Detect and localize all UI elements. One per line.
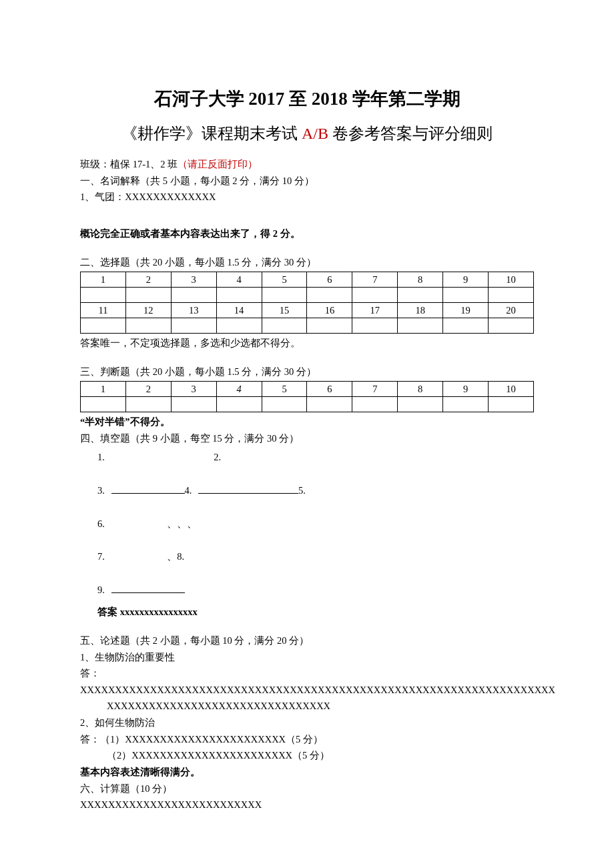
section5-q1: 1、生物防治的重要性 bbox=[80, 649, 534, 666]
table-cell bbox=[398, 318, 443, 334]
table-cell: 1 bbox=[81, 382, 126, 397]
table-cell: 15 bbox=[262, 303, 307, 318]
fill-row-3-5: 3. 4. 5. bbox=[97, 480, 534, 502]
table-cell: 10 bbox=[489, 382, 534, 397]
fill-num-2: 2. bbox=[214, 452, 221, 462]
fill-num-5: 5. bbox=[298, 485, 306, 496]
table-cell: 3 bbox=[171, 382, 216, 397]
table-cell bbox=[443, 288, 489, 303]
page: 石河子大学 2017 至 2018 学年第二学期 《耕作学》课程期末考试 A/B… bbox=[0, 0, 614, 868]
table-row bbox=[81, 397, 534, 412]
section5-a1-line1: 答：XXXXXXXXXXXXXXXXXXXXXXXXXXXXXXXXXXXXXX… bbox=[80, 665, 534, 698]
table-cell bbox=[262, 318, 307, 334]
table-cell: 8 bbox=[398, 382, 443, 397]
table-cell: 19 bbox=[443, 303, 489, 318]
table-cell bbox=[171, 318, 216, 334]
table-cell: 2 bbox=[125, 382, 171, 397]
table-cell bbox=[262, 288, 307, 303]
table-cell bbox=[262, 397, 307, 412]
section2-table: 1 2 3 4 5 6 7 8 9 10 11 12 13 14 bbox=[80, 272, 534, 334]
table-cell: 4 bbox=[216, 382, 262, 397]
table-cell: 14 bbox=[216, 303, 262, 318]
table-cell bbox=[216, 397, 262, 412]
table-cell bbox=[171, 397, 216, 412]
table-row bbox=[81, 318, 534, 334]
table-cell bbox=[171, 288, 216, 303]
section1-note: 概论完全正确或者基本内容表达出来了，得 2 分。 bbox=[80, 226, 534, 242]
table-cell: 10 bbox=[489, 272, 534, 288]
blank-line bbox=[111, 483, 185, 494]
table-cell bbox=[125, 288, 171, 303]
table-cell bbox=[352, 288, 398, 303]
table-cell bbox=[398, 288, 443, 303]
table-cell: 5 bbox=[262, 382, 307, 397]
fill-row-9: 9. bbox=[97, 580, 534, 601]
section5-a1-line2: XXXXXXXXXXXXXXXXXXXXXXXXXXXXXXXX bbox=[80, 698, 534, 715]
section1-item1: 1、气团：XXXXXXXXXXXXX bbox=[80, 189, 534, 205]
table-cell bbox=[443, 397, 489, 412]
blank-line bbox=[198, 483, 298, 494]
subtitle-pre: 《耕作学》课程期末考试 bbox=[121, 125, 302, 142]
table-cell: 7 bbox=[352, 272, 398, 288]
table-cell bbox=[216, 288, 262, 303]
table-cell bbox=[489, 318, 534, 334]
table-cell: 8 bbox=[398, 272, 443, 288]
table-cell bbox=[216, 318, 262, 334]
table-cell: 3 bbox=[171, 272, 216, 288]
table-row bbox=[81, 288, 534, 303]
section3-heading: 三、判断题（共 20 小题，每小题 1.5 分，满分 30 分） bbox=[80, 364, 534, 380]
subtitle-ab: A/B bbox=[302, 125, 328, 142]
section6-body: XXXXXXXXXXXXXXXXXXXXXXXXXX bbox=[80, 797, 534, 813]
table-cell bbox=[81, 288, 126, 303]
table-cell bbox=[307, 288, 352, 303]
table-cell bbox=[125, 318, 171, 334]
section6-heading: 六、计算题（10 分） bbox=[80, 781, 534, 797]
subtitle-post: 卷参考答案与评分细则 bbox=[328, 125, 493, 142]
table-cell bbox=[307, 397, 352, 412]
fill-num-3: 3. bbox=[97, 485, 107, 496]
section5-note: 基本内容表述清晰得满分。 bbox=[80, 764, 534, 781]
table-cell: 7 bbox=[352, 382, 398, 397]
fill-num-1: 1. bbox=[97, 452, 105, 462]
table-cell: 18 bbox=[398, 303, 443, 318]
table-cell: 9 bbox=[443, 272, 489, 288]
table-cell: 4 bbox=[216, 272, 262, 288]
table-cell: 17 bbox=[352, 303, 398, 318]
table-cell: 5 bbox=[262, 272, 307, 288]
fill-num-4: 4. bbox=[185, 485, 195, 496]
table-cell bbox=[398, 397, 443, 412]
table-cell bbox=[352, 318, 398, 334]
fill-num-8: 、8. bbox=[167, 551, 184, 562]
section3-note: “半对半错”不得分。 bbox=[80, 414, 534, 430]
table-cell: 16 bbox=[307, 303, 352, 318]
section5-a2-line1: 答：（1）XXXXXXXXXXXXXXXXXXXXXXX（5 分） bbox=[80, 731, 534, 748]
table-cell bbox=[81, 318, 126, 334]
fill-row-1-2: 1. 2. bbox=[97, 447, 534, 468]
fill-num-9: 9. bbox=[97, 584, 107, 595]
table-cell: 6 bbox=[307, 382, 352, 397]
table-cell bbox=[489, 288, 534, 303]
table-cell bbox=[352, 397, 398, 412]
table-cell: 9 bbox=[443, 382, 489, 397]
fill-row-6: 6. 、、、 bbox=[97, 514, 534, 535]
section1-heading: 一、名词解释（共 5 小题，每小题 2 分，满分 10 分） bbox=[80, 173, 534, 189]
class-text: 班级：植保 17-1、2 班 bbox=[80, 159, 178, 169]
table-row: 1 2 3 4 5 6 7 8 9 10 bbox=[81, 382, 534, 397]
table-cell bbox=[81, 397, 126, 412]
table-cell bbox=[489, 397, 534, 412]
section4-answer: 答案 xxxxxxxxxxxxxxxx bbox=[97, 604, 534, 620]
main-title: 石河子大学 2017 至 2018 学年第二学期 bbox=[80, 87, 534, 111]
blank-line bbox=[111, 583, 185, 594]
table-cell: 6 bbox=[307, 272, 352, 288]
table-cell bbox=[125, 397, 171, 412]
table-cell bbox=[443, 318, 489, 334]
table-cell bbox=[307, 318, 352, 334]
table-row: 1 2 3 4 5 6 7 8 9 10 bbox=[81, 272, 534, 288]
fill-row-7-8: 7. 、8. bbox=[97, 546, 534, 568]
section3-table: 1 2 3 4 5 6 7 8 9 10 bbox=[80, 381, 534, 412]
table-cell: 2 bbox=[125, 272, 171, 288]
table-cell: 13 bbox=[171, 303, 216, 318]
section5-a2-line2: （2）XXXXXXXXXXXXXXXXXXXXXXX（5 分） bbox=[80, 747, 534, 764]
fill-6-tail: 、、、 bbox=[167, 518, 197, 529]
table-cell: 1 bbox=[81, 272, 126, 288]
